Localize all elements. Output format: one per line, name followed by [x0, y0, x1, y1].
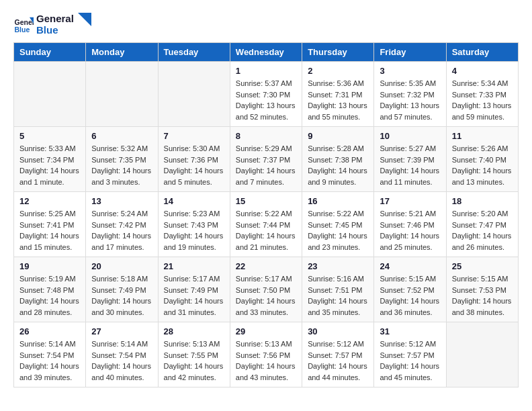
calendar-day-cell — [86, 62, 158, 127]
day-of-week-header: Sunday — [14, 43, 86, 62]
calendar-day-cell: 26Sunrise: 5:14 AMSunset: 7:54 PMDayligh… — [14, 322, 86, 387]
day-number: 29 — [236, 326, 296, 336]
day-detail: Sunrise: 5:20 AMSunset: 7:47 PMDaylight:… — [452, 208, 513, 253]
day-detail: Sunrise: 5:23 AMSunset: 7:43 PMDaylight:… — [164, 208, 224, 253]
day-number: 3 — [380, 66, 440, 76]
day-number: 12 — [19, 196, 80, 206]
day-detail: Sunrise: 5:21 AMSunset: 7:46 PMDaylight:… — [380, 208, 440, 253]
day-number: 10 — [380, 131, 440, 141]
day-number: 16 — [308, 196, 368, 206]
day-of-week-header: Monday — [86, 43, 158, 62]
day-number: 21 — [164, 261, 224, 271]
calendar-day-cell: 30Sunrise: 5:12 AMSunset: 7:57 PMDayligh… — [302, 322, 374, 387]
day-number: 26 — [19, 326, 80, 336]
day-detail: Sunrise: 5:36 AMSunset: 7:31 PMDaylight:… — [308, 78, 368, 122]
day-of-week-header: Friday — [374, 43, 446, 62]
day-detail: Sunrise: 5:12 AMSunset: 7:57 PMDaylight:… — [308, 338, 368, 383]
calendar-week-row: 5Sunrise: 5:33 AMSunset: 7:34 PMDaylight… — [14, 127, 519, 192]
day-number: 17 — [380, 196, 440, 206]
day-number: 24 — [380, 261, 440, 271]
calendar-day-cell: 5Sunrise: 5:33 AMSunset: 7:34 PMDaylight… — [14, 127, 86, 192]
day-number: 5 — [19, 131, 80, 141]
day-number: 15 — [236, 196, 296, 206]
calendar-day-cell: 28Sunrise: 5:13 AMSunset: 7:55 PMDayligh… — [158, 322, 230, 387]
calendar-day-cell: 10Sunrise: 5:27 AMSunset: 7:39 PMDayligh… — [374, 127, 446, 192]
day-of-week-header: Saturday — [446, 43, 518, 62]
day-detail: Sunrise: 5:37 AMSunset: 7:30 PMDaylight:… — [236, 78, 296, 122]
calendar-day-cell: 17Sunrise: 5:21 AMSunset: 7:46 PMDayligh… — [374, 192, 446, 257]
page-header: General Blue General Blue — [13, 13, 519, 36]
day-detail: Sunrise: 5:18 AMSunset: 7:49 PMDaylight:… — [91, 273, 152, 318]
day-detail: Sunrise: 5:14 AMSunset: 7:54 PMDaylight:… — [91, 338, 152, 383]
calendar-day-cell: 21Sunrise: 5:17 AMSunset: 7:49 PMDayligh… — [158, 257, 230, 322]
calendar-table: SundayMondayTuesdayWednesdayThursdayFrid… — [13, 42, 519, 387]
calendar-day-cell: 15Sunrise: 5:22 AMSunset: 7:44 PMDayligh… — [230, 192, 302, 257]
day-number: 30 — [308, 326, 368, 336]
day-of-week-header: Wednesday — [230, 43, 302, 62]
day-number: 18 — [452, 196, 513, 206]
calendar-day-cell: 7Sunrise: 5:30 AMSunset: 7:36 PMDaylight… — [158, 127, 230, 192]
day-detail: Sunrise: 5:13 AMSunset: 7:55 PMDaylight:… — [164, 338, 224, 383]
calendar-day-cell: 16Sunrise: 5:22 AMSunset: 7:45 PMDayligh… — [302, 192, 374, 257]
day-detail: Sunrise: 5:30 AMSunset: 7:36 PMDaylight:… — [164, 143, 224, 187]
day-number: 2 — [308, 66, 368, 76]
logo-blue: Blue — [36, 25, 74, 36]
calendar-day-cell — [14, 62, 86, 127]
calendar-day-cell: 29Sunrise: 5:13 AMSunset: 7:56 PMDayligh… — [230, 322, 302, 387]
day-detail: Sunrise: 5:17 AMSunset: 7:50 PMDaylight:… — [236, 273, 296, 318]
day-detail: Sunrise: 5:12 AMSunset: 7:57 PMDaylight:… — [380, 338, 440, 383]
logo-icon: General Blue — [13, 15, 34, 35]
day-detail: Sunrise: 5:15 AMSunset: 7:52 PMDaylight:… — [380, 273, 440, 318]
day-number: 13 — [91, 196, 152, 206]
calendar-day-cell: 14Sunrise: 5:23 AMSunset: 7:43 PMDayligh… — [158, 192, 230, 257]
day-detail: Sunrise: 5:25 AMSunset: 7:41 PMDaylight:… — [19, 208, 80, 253]
calendar-day-cell: 27Sunrise: 5:14 AMSunset: 7:54 PMDayligh… — [86, 322, 158, 387]
svg-text:Blue: Blue — [15, 25, 30, 33]
day-number: 22 — [236, 261, 296, 271]
calendar-day-cell: 4Sunrise: 5:34 AMSunset: 7:33 PMDaylight… — [446, 62, 518, 127]
day-number: 8 — [236, 131, 296, 141]
calendar-day-cell: 13Sunrise: 5:24 AMSunset: 7:42 PMDayligh… — [86, 192, 158, 257]
calendar-day-cell: 19Sunrise: 5:19 AMSunset: 7:48 PMDayligh… — [14, 257, 86, 322]
calendar-day-cell: 12Sunrise: 5:25 AMSunset: 7:41 PMDayligh… — [14, 192, 86, 257]
day-detail: Sunrise: 5:15 AMSunset: 7:53 PMDaylight:… — [452, 273, 513, 318]
day-detail: Sunrise: 5:32 AMSunset: 7:35 PMDaylight:… — [91, 143, 152, 187]
calendar-day-cell: 22Sunrise: 5:17 AMSunset: 7:50 PMDayligh… — [230, 257, 302, 322]
day-detail: Sunrise: 5:27 AMSunset: 7:39 PMDaylight:… — [380, 143, 440, 187]
day-number: 31 — [380, 326, 440, 336]
day-detail: Sunrise: 5:28 AMSunset: 7:38 PMDaylight:… — [308, 143, 368, 187]
calendar-day-cell: 18Sunrise: 5:20 AMSunset: 7:47 PMDayligh… — [446, 192, 518, 257]
calendar-week-row: 26Sunrise: 5:14 AMSunset: 7:54 PMDayligh… — [14, 322, 519, 387]
calendar-week-row: 19Sunrise: 5:19 AMSunset: 7:48 PMDayligh… — [14, 257, 519, 322]
day-detail: Sunrise: 5:17 AMSunset: 7:49 PMDaylight:… — [164, 273, 224, 318]
day-detail: Sunrise: 5:29 AMSunset: 7:37 PMDaylight:… — [236, 143, 296, 187]
calendar-day-cell: 9Sunrise: 5:28 AMSunset: 7:38 PMDaylight… — [302, 127, 374, 192]
day-detail: Sunrise: 5:34 AMSunset: 7:33 PMDaylight:… — [452, 78, 513, 122]
day-detail: Sunrise: 5:24 AMSunset: 7:42 PMDaylight:… — [91, 208, 152, 253]
day-detail: Sunrise: 5:16 AMSunset: 7:51 PMDaylight:… — [308, 273, 368, 318]
day-of-week-header: Thursday — [302, 43, 374, 62]
day-number: 27 — [91, 326, 152, 336]
day-of-week-header: Tuesday — [158, 43, 230, 62]
day-number: 19 — [19, 261, 80, 271]
logo-general: General — [36, 13, 74, 25]
svg-marker-3 — [78, 13, 91, 26]
day-number: 14 — [164, 196, 224, 206]
calendar-day-cell: 25Sunrise: 5:15 AMSunset: 7:53 PMDayligh… — [446, 257, 518, 322]
calendar-day-cell — [158, 62, 230, 127]
day-number: 9 — [308, 131, 368, 141]
day-detail: Sunrise: 5:14 AMSunset: 7:54 PMDaylight:… — [19, 338, 80, 383]
day-detail: Sunrise: 5:22 AMSunset: 7:45 PMDaylight:… — [308, 208, 368, 253]
calendar-day-cell: 3Sunrise: 5:35 AMSunset: 7:32 PMDaylight… — [374, 62, 446, 127]
day-number: 7 — [164, 131, 224, 141]
day-number: 4 — [452, 66, 513, 76]
day-detail: Sunrise: 5:26 AMSunset: 7:40 PMDaylight:… — [452, 143, 513, 187]
logo: General Blue General Blue — [13, 13, 91, 36]
calendar-day-cell: 23Sunrise: 5:16 AMSunset: 7:51 PMDayligh… — [302, 257, 374, 322]
calendar-day-cell: 11Sunrise: 5:26 AMSunset: 7:40 PMDayligh… — [446, 127, 518, 192]
day-detail: Sunrise: 5:13 AMSunset: 7:56 PMDaylight:… — [236, 338, 296, 383]
day-detail: Sunrise: 5:33 AMSunset: 7:34 PMDaylight:… — [19, 143, 80, 187]
day-detail: Sunrise: 5:35 AMSunset: 7:32 PMDaylight:… — [380, 78, 440, 122]
calendar-day-cell: 6Sunrise: 5:32 AMSunset: 7:35 PMDaylight… — [86, 127, 158, 192]
day-detail: Sunrise: 5:19 AMSunset: 7:48 PMDaylight:… — [19, 273, 80, 318]
